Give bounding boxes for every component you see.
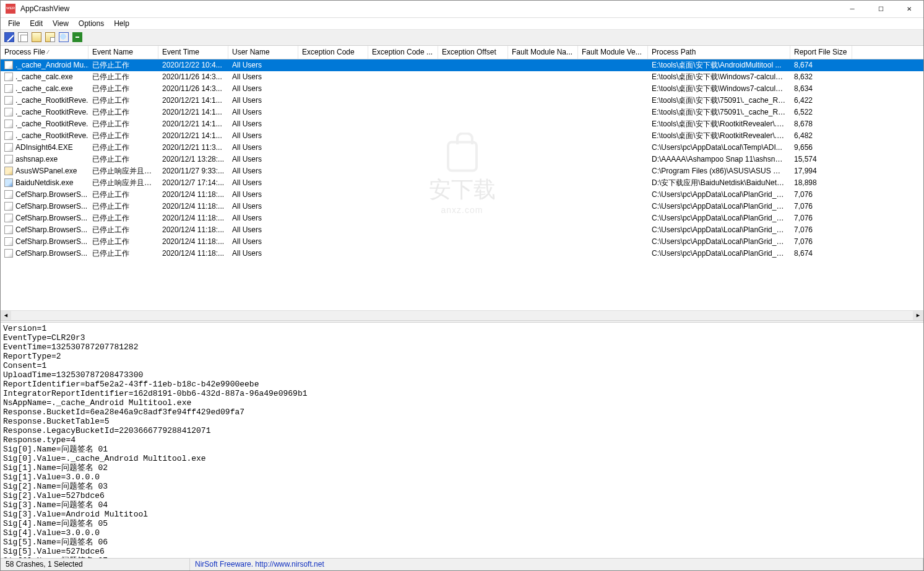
file-icon bbox=[4, 120, 13, 128]
cell: 2020/12/21 14:1... bbox=[158, 131, 228, 140]
maximize-button[interactable]: ☐ bbox=[866, 1, 895, 17]
column-header[interactable]: Exception Offset bbox=[438, 46, 508, 59]
table-row[interactable]: CefSharp.BrowserS...已停止工作2020/12/4 11:18… bbox=[1, 248, 923, 259]
table-row[interactable]: AsusWSPanel.exe已停止响应并且被...2020/11/27 9:3… bbox=[1, 165, 923, 177]
table-row[interactable]: ._cache_RootkitReve...已停止工作2020/12/21 14… bbox=[1, 130, 923, 142]
exit-button[interactable] bbox=[71, 31, 84, 43]
cell: All Users bbox=[228, 155, 298, 163]
cell: C:\Users\pc\AppData\Local\PlanGrid_A... bbox=[648, 237, 790, 246]
column-header[interactable]: Fault Module Na... bbox=[508, 46, 578, 59]
table-row[interactable]: BaiduNetdisk.exe已停止响应并且被...2020/12/7 17:… bbox=[1, 177, 923, 189]
column-header[interactable]: Event Name bbox=[89, 46, 158, 59]
properties-multi-icon bbox=[45, 32, 55, 42]
table-row[interactable]: CefSharp.BrowserS...已停止工作2020/12/4 11:18… bbox=[1, 212, 923, 224]
cell: 已停止工作 bbox=[89, 142, 158, 153]
file-icon bbox=[4, 190, 13, 199]
properties-button[interactable] bbox=[30, 31, 43, 43]
menu-file[interactable]: File bbox=[3, 18, 25, 29]
find-button[interactable] bbox=[58, 31, 70, 43]
cell: 2020/12/1 13:28:... bbox=[158, 155, 228, 163]
horizontal-scrollbar[interactable]: ◄ ► bbox=[1, 310, 923, 320]
cell: ADInsight64.EXE bbox=[1, 143, 89, 152]
cell: 2020/12/21 14:1... bbox=[158, 96, 228, 105]
cell: 已停止响应并且被... bbox=[89, 166, 158, 177]
cell: All Users bbox=[228, 249, 298, 258]
cell: All Users bbox=[228, 167, 298, 175]
table-row[interactable]: CefSharp.BrowserS...已停止工作2020/12/4 11:18… bbox=[1, 236, 923, 248]
cell: 已停止工作 bbox=[89, 84, 158, 94]
column-header[interactable]: Fault Module Ve... bbox=[578, 46, 648, 59]
crash-list[interactable]: Process File∕Event NameEvent TimeUser Na… bbox=[1, 46, 923, 310]
details-panel[interactable]: Version=1 EventType=CLR20r3 EventTime=13… bbox=[1, 323, 923, 558]
column-header[interactable]: User Name bbox=[228, 46, 298, 59]
cell: 已停止工作 bbox=[89, 107, 158, 118]
cell: 2020/12/4 11:18:... bbox=[158, 202, 228, 211]
cell: ._cache_calc.exe bbox=[1, 84, 89, 93]
cell: 2020/11/26 14:3... bbox=[158, 84, 228, 93]
menu-edit[interactable]: Edit bbox=[25, 18, 48, 29]
cell: C:\Program Files (x86)\ASUS\ASUS We... bbox=[648, 167, 790, 175]
cell: All Users bbox=[228, 178, 298, 187]
column-header[interactable]: Event Time bbox=[158, 46, 228, 59]
cell: 2020/12/4 11:18:... bbox=[158, 237, 228, 246]
cell: C:\Users\pc\AppData\Local\Temp\ADI... bbox=[648, 143, 790, 152]
table-row[interactable]: ._cache_RootkitReve...已停止工作2020/12/21 14… bbox=[1, 107, 923, 118]
cell: 已停止工作 bbox=[89, 225, 158, 235]
copy-icon bbox=[18, 32, 28, 42]
cell: All Users bbox=[228, 61, 298, 69]
cell: 8,632 bbox=[790, 72, 852, 81]
table-row[interactable]: ADInsight64.EXE已停止工作2020/12/21 11:3...Al… bbox=[1, 142, 923, 154]
cell: 8,674 bbox=[790, 61, 852, 69]
statusbar: 58 Crashes, 1 Selected NirSoft Freeware.… bbox=[1, 558, 923, 570]
table-row[interactable]: CefSharp.BrowserS...已停止工作2020/12/4 11:18… bbox=[1, 201, 923, 212]
minimize-button[interactable]: ─ bbox=[838, 1, 866, 17]
menu-help[interactable]: Help bbox=[109, 18, 134, 29]
cell: 已停止工作 bbox=[89, 72, 158, 82]
table-row[interactable]: CefSharp.BrowserS...已停止工作2020/12/4 11:18… bbox=[1, 189, 923, 201]
column-header[interactable]: Exception Code bbox=[298, 46, 368, 59]
table-row[interactable]: CefSharp.BrowserS...已停止工作2020/12/4 11:18… bbox=[1, 224, 923, 236]
cell: E:\tools\桌面\安下载\RootkitRevealer\._... bbox=[648, 131, 790, 141]
properties-multi-button[interactable] bbox=[44, 31, 56, 43]
cell: All Users bbox=[228, 143, 298, 152]
cell: D:\安下载应用\BaiduNetdisk\BaiduNetd... bbox=[648, 178, 790, 188]
cell: 7,076 bbox=[790, 214, 852, 222]
copy-button[interactable] bbox=[17, 31, 29, 43]
cell: E:\tools\桌面\安下载\Windows7-calculat... bbox=[648, 72, 790, 82]
cell: All Users bbox=[228, 84, 298, 93]
table-row[interactable]: ashsnap.exe已停止工作2020/12/1 13:28:...All U… bbox=[1, 154, 923, 165]
scroll-right-icon[interactable]: ► bbox=[913, 311, 923, 320]
close-button[interactable]: ✕ bbox=[895, 1, 923, 17]
cell: BaiduNetdisk.exe bbox=[1, 178, 89, 187]
menu-view[interactable]: View bbox=[48, 18, 74, 29]
table-row[interactable]: ._cache_RootkitReve...已停止工作2020/12/21 14… bbox=[1, 95, 923, 107]
file-icon bbox=[4, 131, 13, 140]
cell: All Users bbox=[228, 108, 298, 116]
file-icon bbox=[4, 108, 13, 116]
file-icon bbox=[4, 72, 13, 81]
cell: 2020/12/21 11:3... bbox=[158, 143, 228, 152]
file-icon bbox=[4, 167, 13, 175]
column-header[interactable]: Report File Size bbox=[790, 46, 852, 59]
cell: 已停止工作 bbox=[89, 95, 158, 106]
scroll-left-icon[interactable]: ◄ bbox=[1, 311, 11, 320]
menu-options[interactable]: Options bbox=[74, 18, 109, 29]
cell: 2020/11/26 14:3... bbox=[158, 72, 228, 81]
column-header[interactable]: Process File∕ bbox=[1, 46, 89, 59]
file-icon bbox=[4, 249, 13, 258]
table-row[interactable]: ._cache_calc.exe已停止工作2020/11/26 14:3...A… bbox=[1, 83, 923, 95]
save-button[interactable] bbox=[3, 31, 15, 43]
toolbar bbox=[1, 30, 923, 46]
table-row[interactable]: ._cache_RootkitReve...已停止工作2020/12/21 14… bbox=[1, 118, 923, 130]
table-row[interactable]: ._cache_calc.exe已停止工作2020/11/26 14:3...A… bbox=[1, 71, 923, 83]
table-row[interactable]: ._cache_Android Mu...已停止工作2020/12/22 10:… bbox=[1, 59, 923, 71]
cell: 6,482 bbox=[790, 131, 852, 140]
column-header[interactable]: Process Path bbox=[648, 46, 790, 59]
cell: 2020/12/4 11:18:... bbox=[158, 249, 228, 258]
file-icon bbox=[4, 202, 13, 211]
cell: 2020/12/7 17:14:... bbox=[158, 178, 228, 187]
cell: CefSharp.BrowserS... bbox=[1, 237, 89, 246]
column-header[interactable]: Exception Code ... bbox=[368, 46, 438, 59]
cell: 7,076 bbox=[790, 202, 852, 211]
cell: 6,422 bbox=[790, 96, 852, 105]
